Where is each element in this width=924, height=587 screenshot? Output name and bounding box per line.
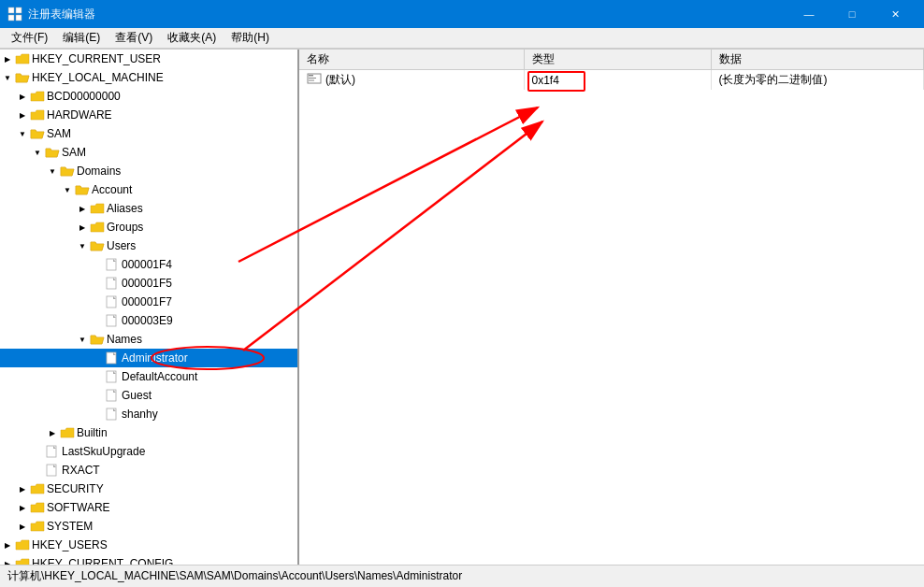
tree-label-defacct: DefaultAccount	[122, 370, 197, 383]
expand-btn-account[interactable]: ▼	[60, 182, 75, 197]
status-bar: 计算机\HKEY_LOCAL_MACHINE\SAM\SAM\Domains\A…	[0, 565, 924, 587]
expand-btn-names[interactable]: ▼	[75, 332, 90, 347]
tree-item-users[interactable]: ▼ Users	[0, 236, 297, 255]
tree-label-u1f7: 000001F7	[122, 295, 172, 308]
tree-item-hklm[interactable]: ▼ HKEY_LOCAL_MACHINE	[0, 68, 297, 87]
status-path: 计算机\HKEY_LOCAL_MACHINE\SAM\SAM\Domains\A…	[7, 568, 462, 584]
tree-item-system[interactable]: ▶ SYSTEM	[0, 517, 297, 536]
reg-icon	[307, 72, 322, 88]
tree-item-u1f7[interactable]: 000001F7	[0, 293, 297, 311]
menu-help[interactable]: 帮助(H)	[224, 28, 277, 48]
close-button[interactable]: ✕	[873, 0, 917, 28]
expand-btn-hardware[interactable]: ▶	[15, 107, 30, 122]
svg-rect-15	[309, 75, 313, 77]
folder-icon-users	[90, 239, 105, 252]
tree-item-guest[interactable]: Guest	[0, 386, 297, 405]
folder-icon-security	[30, 482, 45, 495]
expand-btn-hklm[interactable]: ▼	[0, 70, 15, 85]
tree-item-builtin[interactable]: ▶ Builtin	[0, 423, 297, 442]
expand-placeholder-rxact	[30, 463, 45, 478]
expand-btn-users[interactable]: ▼	[75, 238, 90, 253]
tree-item-software[interactable]: ▶ SOFTWARE	[0, 498, 297, 517]
tree-item-names[interactable]: ▼ Names	[0, 330, 297, 349]
tree-item-sam2[interactable]: ▼ SAM	[0, 143, 297, 162]
folder-icon-names	[90, 333, 105, 346]
expand-placeholder-shanhy	[90, 407, 105, 422]
tree-item-account[interactable]: ▼ Account	[0, 180, 297, 199]
expand-btn-hkcu[interactable]: ▶	[0, 51, 15, 66]
expand-btn-sam2[interactable]: ▼	[30, 145, 45, 160]
tree-item-domains[interactable]: ▼ Domains	[0, 162, 297, 180]
col-data: 数据	[711, 50, 924, 70]
expand-btn-system[interactable]: ▶	[15, 519, 30, 534]
expand-btn-security[interactable]: ▶	[15, 481, 30, 496]
tree-item-u3e9[interactable]: 000003E9	[0, 311, 297, 330]
tree-label-u3e9: 000003E9	[122, 314, 173, 327]
expand-btn-hkcc[interactable]: ▶	[0, 556, 15, 565]
expand-btn-domains[interactable]: ▼	[45, 164, 60, 179]
tree-item-rxact[interactable]: RXACT	[0, 461, 297, 480]
tree-item-hardware[interactable]: ▶ HARDWARE	[0, 106, 297, 124]
tree-item-admin[interactable]: Administrator	[0, 349, 297, 367]
expand-btn-software[interactable]: ▶	[15, 500, 30, 515]
table-row[interactable]: (默认) 0x1f4 (长度为零的二进制值)	[299, 70, 924, 91]
tree-item-groups[interactable]: ▶ Groups	[0, 218, 297, 236]
col-name: 名称	[299, 50, 524, 70]
tree-item-sam[interactable]: ▼ SAM	[0, 124, 297, 143]
reg-name-cell: (默认)	[299, 70, 524, 91]
app-icon	[7, 7, 22, 21]
folder-icon-aliases	[90, 202, 105, 215]
tree-label-u1f5: 000001F5	[122, 277, 172, 290]
tree-label-sam2: SAM	[62, 146, 86, 159]
menu-view[interactable]: 查看(V)	[108, 28, 160, 48]
expand-placeholder-admin	[90, 351, 105, 365]
tree-label-aliases: Aliases	[107, 202, 143, 215]
expand-btn-hku[interactable]: ▶	[0, 537, 15, 552]
expand-placeholder-u1f4	[90, 257, 105, 272]
tree-label-rxact: RXACT	[62, 464, 100, 477]
title-bar: 注册表编辑器 — □ ✕	[0, 0, 924, 28]
tree-item-u1f4[interactable]: 000001F4	[0, 255, 297, 274]
minimize-button[interactable]: —	[787, 0, 830, 28]
tree-item-hkcc[interactable]: ▶ HKEY_CURRENT_CONFIG	[0, 554, 297, 565]
tree-label-domains: Domains	[77, 165, 121, 178]
tree-item-aliases[interactable]: ▶ Aliases	[0, 199, 297, 218]
tree-item-hku[interactable]: ▶ HKEY_USERS	[0, 536, 297, 554]
expand-placeholder-guest	[90, 388, 105, 403]
expand-btn-aliases[interactable]: ▶	[75, 201, 90, 216]
folder-icon-bcd	[30, 90, 45, 103]
svg-rect-2	[8, 15, 14, 21]
file-icon-shanhy	[105, 408, 120, 421]
folder-icon-software	[30, 501, 45, 514]
tree-item-shanhy[interactable]: shanhy	[0, 405, 297, 423]
menu-favorites[interactable]: 收藏夹(A)	[160, 28, 224, 48]
expand-placeholder-u3e9	[90, 313, 105, 328]
tree-label-hardware: HARDWARE	[47, 108, 112, 122]
maximize-button[interactable]: □	[830, 0, 873, 28]
svg-rect-3	[16, 15, 22, 21]
menu-file[interactable]: 文件(F)	[4, 28, 55, 48]
tree-item-security[interactable]: ▶ SECURITY	[0, 480, 297, 498]
tree-label-system: SYSTEM	[47, 520, 93, 533]
tree-panel[interactable]: ▶ HKEY_CURRENT_USER▼ HKEY_LOCAL_MACHINE▶…	[0, 50, 299, 565]
tree-label-sam: SAM	[47, 127, 71, 140]
expand-btn-builtin[interactable]: ▶	[45, 425, 60, 440]
file-icon-guest	[105, 389, 120, 402]
tree-item-defacct[interactable]: DefaultAccount	[0, 367, 297, 386]
tree-label-lastsku: LastSkuUpgrade	[62, 445, 145, 458]
tree-item-u1f5[interactable]: 000001F5	[0, 274, 297, 293]
expand-btn-bcd[interactable]: ▶	[15, 89, 30, 104]
expand-btn-sam[interactable]: ▼	[15, 126, 30, 141]
folder-icon-domains	[60, 165, 75, 178]
tree-item-hkcu[interactable]: ▶ HKEY_CURRENT_USER	[0, 50, 297, 68]
menu-bar: 文件(F) 编辑(E) 查看(V) 收藏夹(A) 帮助(H)	[0, 28, 924, 49]
file-icon-u3e9	[105, 314, 120, 327]
tree-label-users: Users	[107, 239, 136, 252]
menu-edit[interactable]: 编辑(E)	[55, 28, 108, 48]
folder-icon-sam	[30, 127, 45, 140]
tree-item-lastsku[interactable]: LastSkuUpgrade	[0, 442, 297, 461]
tree-item-bcd[interactable]: ▶ BCD00000000	[0, 87, 297, 106]
file-icon-u1f7	[105, 295, 120, 308]
tree-label-hku: HKEY_USERS	[32, 538, 108, 551]
expand-btn-groups[interactable]: ▶	[75, 220, 90, 235]
